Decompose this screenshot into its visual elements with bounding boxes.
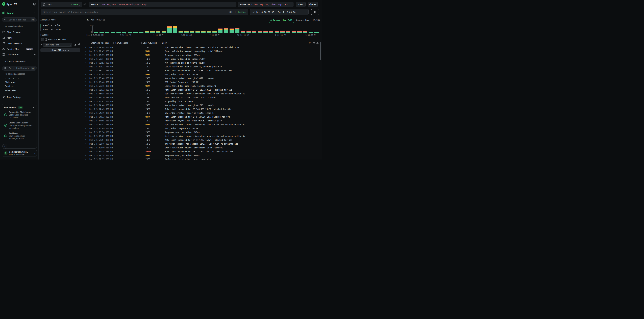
histogram-bar[interactable] — [235, 25, 240, 33]
expand-row-icon[interactable]: > — [86, 158, 86, 159]
log-row[interactable]: >Dec 7 5:59:14.000 PMINFOUser alice_w lo… — [85, 57, 320, 61]
user-account-card[interactable]: D dominic.tran@clic... dominic.tran@clic… — [2, 150, 37, 156]
histogram-bar[interactable] — [269, 25, 273, 33]
sidebar-item-alerts[interactable]: Alerts — [0, 35, 38, 40]
histogram-bar[interactable] — [275, 25, 279, 33]
histogram-bar[interactable] — [224, 25, 228, 33]
log-row[interactable]: >Dec 7 5:54:13.000 PMWARNRate limit exce… — [85, 115, 320, 119]
saved-searches-input[interactable]: Saved Searches ⌘K — [2, 17, 37, 22]
log-row[interactable]: >Dec 7 5:56:12.000 PMINFORate limit exce… — [85, 88, 320, 92]
drag-grip-icon[interactable] — [160, 42, 160, 43]
log-row[interactable]: >Dec 7 5:58:52.000 PMINFOMFA challenge s… — [85, 61, 320, 65]
expand-row-icon[interactable]: > — [86, 154, 86, 156]
sidebar-item-dashboards[interactable]: Dashboards — [0, 52, 38, 57]
expand-row-icon[interactable]: > — [86, 62, 86, 63]
preset-item-clickhouse[interactable]: ClickHouse — [5, 81, 16, 83]
histogram-bar[interactable] — [314, 25, 319, 33]
histogram-bar[interactable] — [286, 25, 290, 33]
histogram-bar[interactable] — [156, 25, 160, 33]
log-row[interactable]: >Dec 7 5:59:47.000 PMWARNOrder validatio… — [85, 49, 320, 53]
log-row[interactable]: >Dec 7 5:53:02.000 PMINFOUpstream servic… — [85, 134, 320, 138]
create-dashboard-button[interactable]: + Create Dashboard — [0, 59, 38, 64]
denoise-checkbox[interactable] — [41, 38, 44, 41]
log-row[interactable]: >Dec 7 5:52:25.000 PMINFOBackground job … — [85, 157, 320, 159]
histogram-bar[interactable] — [258, 25, 262, 33]
histogram-bar[interactable] — [162, 25, 166, 33]
query-settings-gear-icon[interactable] — [84, 3, 86, 6]
saved-dashboards-input[interactable]: Saved Dashboards ⌘K — [2, 66, 37, 71]
lucene-search-input[interactable]: Search your events w/ Lucene ex. column:… — [41, 9, 248, 15]
log-row[interactable]: >Dec 7 5:59:35.000 PMWARNResponse sent, … — [85, 53, 320, 57]
log-row[interactable]: >Dec 7 5:54:05.000 PMINFOProcessing paym… — [85, 119, 320, 123]
histogram-bar[interactable] — [303, 25, 308, 33]
expand-row-icon[interactable]: > — [86, 66, 86, 67]
log-row[interactable]: >Dec 7 5:52:35.000 PMFATALRate limit exc… — [85, 150, 320, 154]
expand-row-icon[interactable]: > — [86, 58, 86, 60]
histogram-bar[interactable] — [190, 25, 194, 33]
table-scrollbar[interactable] — [320, 42, 321, 60]
sidebar-collapse-icon[interactable] — [33, 3, 36, 5]
expand-row-icon[interactable]: > — [86, 123, 86, 125]
expand-row-icon[interactable]: > — [86, 54, 86, 56]
date-range-picker[interactable]: 1 Dec 6 18:00:00 - Dec 7 18:00:00 — [250, 9, 308, 15]
expand-row-icon[interactable]: > — [86, 143, 86, 145]
log-row[interactable]: >Dec 7 5:52:40.000 PMINFOOrder validatio… — [85, 146, 320, 150]
histogram-bar[interactable] — [230, 25, 234, 33]
chevron-up-icon[interactable] — [33, 107, 34, 108]
log-row[interactable]: >Dec 7 5:55:07.000 PMINFONo pending jobs… — [85, 100, 320, 103]
expand-row-icon[interactable]: > — [86, 69, 86, 71]
expand-row-icon[interactable]: > — [86, 73, 86, 75]
expand-row-icon[interactable]: > — [86, 77, 86, 79]
log-row[interactable]: >Dec 7 5:52:28.000 PMWARNResponse sent, … — [85, 154, 320, 157]
pin-icon[interactable] — [78, 43, 80, 46]
expand-row-icon[interactable]: > — [86, 108, 86, 110]
log-row[interactable]: >Dec 7 5:53:53.000 PMWARNUpstream servic… — [85, 123, 320, 127]
save-button[interactable]: Save — [296, 2, 306, 7]
get-started-item[interactable]: Create Data SourcesConfigure where your … — [4, 121, 32, 129]
expand-row-icon[interactable]: > — [86, 139, 86, 141]
histogram-bar[interactable] — [94, 25, 98, 33]
schema-select-value[interactable]: Schema — [70, 3, 78, 6]
chevron-right-icon[interactable] — [40, 44, 42, 46]
drag-grip-icon[interactable] — [114, 42, 114, 43]
sidebar-item-search[interactable]: Search — [0, 10, 38, 15]
col-servicename[interactable]: ServiceName — [116, 42, 128, 44]
histogram-bar[interactable] — [241, 25, 245, 33]
log-row[interactable]: >Dec 7 5:59:48.000 PMINFOUpstream servic… — [85, 46, 320, 49]
expand-row-icon[interactable]: > — [86, 147, 86, 148]
histogram-bar[interactable] — [264, 25, 268, 33]
histogram-bar[interactable] — [218, 25, 222, 33]
histogram-bar[interactable] — [139, 25, 144, 33]
histogram-bar[interactable] — [100, 25, 104, 33]
presets-group-toggle[interactable]: PRESETS — [5, 77, 19, 80]
histogram-bar[interactable] — [134, 25, 138, 33]
log-row[interactable]: >Dec 7 5:54:19.000 PMINFONew order creat… — [85, 111, 320, 115]
source-selector[interactable]: Logs Schema — [41, 2, 82, 7]
histogram-bar[interactable] — [128, 25, 132, 33]
code-view-icon[interactable]: </> — [308, 42, 312, 44]
preset-item-services[interactable]: Services — [5, 85, 14, 87]
histogram-bar[interactable] — [252, 25, 256, 33]
expand-row-icon[interactable]: > — [86, 104, 86, 106]
histogram-bar[interactable] — [150, 25, 155, 33]
order-by-input[interactable]: ORDER BY (TimestampTime, Timestamp) DESC — [238, 2, 294, 7]
histogram-bar[interactable] — [122, 25, 126, 33]
log-row[interactable]: >Dec 7 5:56:15.000 PMWARNLogin failed fo… — [85, 84, 320, 88]
histogram-bar[interactable] — [280, 25, 285, 33]
expand-row-icon[interactable]: > — [86, 81, 86, 83]
log-row[interactable]: >Dec 7 5:58:17.000 PMINFORate limit exce… — [85, 69, 320, 73]
get-started-item[interactable]: Connect to ClickHouseSet up your databas… — [4, 110, 32, 119]
expand-row-icon[interactable]: > — [86, 112, 86, 114]
histogram-bar[interactable] — [246, 25, 251, 33]
histogram-bar[interactable] — [308, 25, 313, 33]
histogram-bar[interactable] — [178, 25, 183, 33]
alerts-button[interactable]: Alerts — [308, 2, 318, 7]
sidebar-item-service-map[interactable]: Service Map BETA — [0, 47, 38, 51]
histogram-bar[interactable] — [184, 25, 188, 33]
mode-lucene[interactable]: Lucene — [238, 11, 246, 13]
log-row[interactable]: >Dec 7 5:53:49.000 PMINFOGET /api/v1/pay… — [85, 127, 320, 130]
expand-row-icon[interactable]: > — [86, 100, 86, 102]
expand-row-icon[interactable]: > — [86, 85, 86, 87]
expand-row-icon[interactable]: > — [86, 120, 86, 121]
sidebar-item-client-sessions[interactable]: Client Sessions — [0, 41, 38, 46]
